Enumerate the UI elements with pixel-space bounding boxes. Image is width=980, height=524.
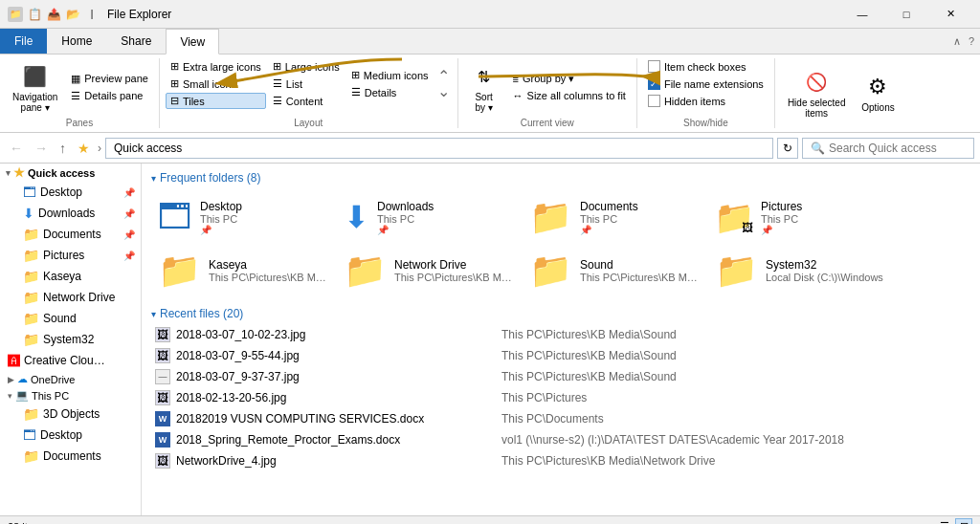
tile-desktop[interactable]: 🗔 Desktop This PC 📌 (151, 192, 333, 242)
documents-tile-icon: 📁 (529, 200, 572, 234)
up-button[interactable]: ↑ (56, 139, 70, 158)
file-row-3[interactable]: — 2018-03-07_9-37-37.jpg This PC\Picture… (151, 366, 970, 387)
details-button[interactable]: ☰ Details (346, 84, 434, 100)
maximize-button[interactable]: □ (884, 0, 928, 29)
tile-system32[interactable]: 📁 System32 Local Disk (C:\)\Windows (708, 246, 890, 295)
small-icons-button[interactable]: ⊞ Small icons (166, 76, 266, 92)
size-columns-button[interactable]: ↔ Size all columns to fit (508, 88, 631, 103)
sidebar-item-3d-objects[interactable]: 📁 3D Objects (0, 404, 141, 425)
documents-pc-label: Documents (43, 449, 101, 463)
options-button[interactable]: ⚙ Options (854, 69, 902, 116)
tiles-button[interactable]: ⊟ Tiles (166, 93, 266, 109)
app-icon: 📁 (8, 7, 23, 22)
sidebar-item-downloads[interactable]: ⬇ Downloads 📌 (0, 203, 141, 224)
search-input[interactable] (829, 142, 944, 155)
hide-selected-button[interactable]: 🚫 Hide selecteditems (781, 64, 853, 121)
navigation-pane-button[interactable]: ⬛ Navigationpane ▾ (6, 58, 64, 116)
expand-down-icon[interactable]: ⌄ (437, 84, 450, 99)
ff-label: Frequent folders (8) (160, 171, 260, 185)
content-button[interactable]: ☰ Content (268, 93, 345, 109)
medium-icons-button[interactable]: ⊞ Medium icons (346, 67, 434, 83)
sort-label: Sortby ▾ (475, 92, 492, 113)
quick-access-icon-2: 📤 (46, 7, 61, 22)
sidebar-item-desktop[interactable]: 🗔 Desktop 📌 (0, 182, 141, 203)
search-bar[interactable]: 🔍 (802, 138, 974, 159)
tab-home[interactable]: Home (47, 29, 106, 54)
back-button[interactable]: ← (6, 139, 27, 158)
sound-tile-info: Sound This PC\Pictures\KB Media (580, 258, 698, 283)
group-by-button[interactable]: ≡ Group by ▾ (508, 71, 631, 87)
list-button[interactable]: ☰ List (268, 76, 345, 92)
sidebar-item-kaseya[interactable]: 📁 Kaseya (0, 266, 141, 287)
network-drive-tile-icon: 📁 (344, 253, 387, 288)
refresh-button[interactable]: ↻ (777, 138, 798, 159)
preview-pane-button[interactable]: ▦ Preview pane (66, 71, 153, 87)
minimize-button[interactable]: — (840, 0, 884, 29)
sidebar-item-documents-pc[interactable]: 📁 Documents (0, 446, 141, 467)
sidebar-item-pictures[interactable]: 📁 Pictures 📌 (0, 245, 141, 266)
sidebar-item-desktop-pc[interactable]: 🗔 Desktop (0, 425, 141, 446)
ribbon-collapse-icon[interactable]: ∧ (953, 35, 961, 48)
system32-folder-icon: 📁 (23, 332, 39, 347)
layout-options-right: ⊞ Large icons ☰ List ☰ Content (268, 58, 345, 109)
tile-pictures[interactable]: 📁 🖼 Pictures This PC 📌 (708, 192, 890, 242)
hidden-items-button[interactable]: Hidden items (643, 93, 730, 109)
frequent-folders-header[interactable]: ▾ Frequent folders (8) (142, 164, 980, 188)
tab-share[interactable]: Share (106, 29, 166, 54)
3d-objects-label: 3D Objects (43, 407, 100, 421)
pane-small-buttons: ▦ Preview pane ☰ Details pane (66, 71, 153, 104)
sidebar-item-documents[interactable]: 📁 Documents 📌 (0, 224, 141, 245)
file-row-6[interactable]: W 2018_Spring_Remote_Proctor_Exams.docx … (151, 429, 970, 450)
extra-large-icons-button[interactable]: ⊞ Extra large icons (166, 58, 266, 75)
sidebar-item-system32[interactable]: 📁 System32 (0, 329, 141, 350)
file-name-extensions-button[interactable]: ✓ File name extensions (643, 76, 768, 92)
file-name-6: 2018_Spring_Remote_Proctor_Exams.docx (176, 433, 501, 447)
kaseya-label: Kaseya (43, 270, 81, 283)
sidebar-item-creative-cloud[interactable]: 🅰 Creative Cloud Fil (0, 350, 141, 371)
address-bar[interactable]: Quick access (105, 138, 773, 159)
file-row-1[interactable]: 🖼 2018-03-07_10-02-23.jpg This PC\Pictur… (151, 324, 970, 345)
onedrive-section[interactable]: ▶ ☁ OneDrive (0, 371, 141, 387)
item-check-boxes-button[interactable]: Item check boxes (643, 58, 751, 75)
recent-files-header[interactable]: ▾ Recent files (20) (142, 299, 980, 324)
close-button[interactable]: ✕ (928, 0, 972, 29)
downloads-pin: 📌 (123, 208, 135, 219)
file-row-2[interactable]: 🖼 2018-03-07_9-55-44.jpg This PC\Picture… (151, 345, 970, 366)
file-name-3: 2018-03-07_9-37-37.jpg (176, 370, 501, 383)
sidebar-item-network-drive[interactable]: 📁 Network Drive (0, 287, 141, 308)
expand-up-icon[interactable]: ⌃ (437, 69, 450, 84)
tile-documents[interactable]: 📁 Documents This PC 📌 (523, 192, 704, 242)
tile-downloads[interactable]: ⬇ Downloads This PC 📌 (337, 192, 519, 242)
ribbon-tabs-bar: File Home Share View ∧ ? (0, 29, 980, 55)
nav-pane-icon: ⬛ (20, 61, 51, 92)
tile-kaseya[interactable]: 📁 Kaseya This PC\Pictures\KB Media (151, 246, 333, 295)
breadcrumb-separator: › (98, 142, 101, 155)
quick-access-section[interactable]: ▾ ★ Quick access (0, 164, 141, 182)
small-icon: ⊞ (170, 77, 179, 90)
ff-chevron: ▾ (151, 173, 156, 184)
file-icon-3: — (155, 369, 170, 384)
details-pane-button[interactable]: ☰ Details pane (66, 88, 153, 104)
preview-pane-label: Preview pane (84, 73, 148, 84)
sort-by-button[interactable]: ⇅ Sortby ▾ (464, 58, 504, 116)
file-row-5[interactable]: W 20182019 VUSN COMPUTING SERVICES.docx … (151, 408, 970, 429)
this-pc-section[interactable]: ▾ 💻 This PC (0, 387, 141, 404)
file-row-4[interactable]: 🖼 2018-02-13-20-56.jpg This PC\Pictures (151, 387, 970, 408)
hide-selected-label: Hide selecteditems (788, 98, 846, 119)
kaseya-tile-icon: 📁 (158, 253, 201, 288)
system32-tile-icon: 📁 (715, 253, 758, 288)
kaseya-tile-name: Kaseya (209, 258, 326, 272)
tile-sound[interactable]: 📁 Sound This PC\Pictures\KB Media (523, 246, 704, 295)
network-drive-tile-path: This PC\Pictures\KB Media (394, 272, 512, 283)
sidebar-item-sound[interactable]: 📁 Sound (0, 308, 141, 329)
forward-button[interactable]: → (31, 139, 52, 158)
tiles-view-button[interactable]: ⊞ (955, 518, 972, 525)
desktop-tile-info: Desktop This PC 📌 (200, 200, 242, 235)
large-icons-button[interactable]: ⊞ Large icons (268, 58, 345, 75)
tab-view[interactable]: View (166, 29, 219, 55)
file-row-7[interactable]: 🖼 NetworkDrive_4.jpg This PC\Pictures\KB… (151, 450, 970, 471)
tab-file[interactable]: File (0, 29, 47, 54)
tile-network-drive[interactable]: 📁 Network Drive This PC\Pictures\KB Medi… (337, 246, 519, 295)
list-view-button[interactable]: ☰ (936, 518, 953, 525)
help-icon[interactable]: ? (969, 35, 974, 47)
